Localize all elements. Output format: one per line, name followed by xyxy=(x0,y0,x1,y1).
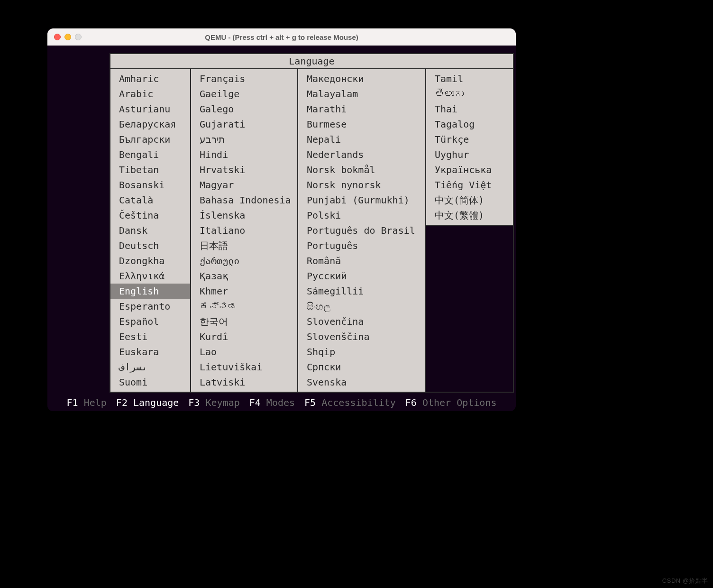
language-option[interactable]: Polski xyxy=(298,208,425,223)
language-option[interactable]: Беларуская xyxy=(110,117,190,132)
fkey-label: Accessibility xyxy=(321,397,396,408)
language-option[interactable]: Svenska xyxy=(298,375,425,390)
language-option[interactable]: Hindi xyxy=(191,147,297,162)
qemu-window: QEMU - (Press ctrl + alt + g to release … xyxy=(47,28,516,411)
language-option[interactable]: Thai xyxy=(426,101,513,117)
language-option[interactable]: Italiano xyxy=(191,223,297,238)
window-title: QEMU - (Press ctrl + alt + g to release … xyxy=(47,33,516,41)
language-option[interactable]: Íslenska xyxy=(191,208,297,223)
language-option[interactable]: Română xyxy=(298,253,425,268)
language-option[interactable]: Amharic xyxy=(110,71,190,86)
language-column: AmharicArabicAsturianuБеларускаяБългарск… xyxy=(110,69,191,392)
language-option[interactable]: Sámegillii xyxy=(298,284,425,299)
language-option[interactable]: Українська xyxy=(426,162,513,177)
fkey-f5[interactable]: F5 Accessibility xyxy=(304,397,396,408)
language-option[interactable]: English xyxy=(110,284,190,299)
fkey-key: F6 xyxy=(405,397,417,408)
zoom-icon[interactable] xyxy=(75,34,82,40)
language-option[interactable]: Asturianu xyxy=(110,101,190,117)
language-option[interactable]: Norsk nynorsk xyxy=(298,177,425,193)
language-option[interactable]: 한국어 xyxy=(191,314,297,329)
language-option[interactable]: Gujarati xyxy=(191,117,297,132)
language-option[interactable]: සිංහල xyxy=(298,299,425,314)
language-option[interactable]: ქართული xyxy=(191,253,297,268)
fkey-label: Other Options xyxy=(422,397,497,408)
language-option[interactable]: Català xyxy=(110,193,190,208)
language-option[interactable]: Македонски xyxy=(298,71,425,86)
language-option[interactable]: Български xyxy=(110,132,190,147)
language-column: FrançaisGaeilgeGalegoGujaratiתירבעHindiH… xyxy=(191,69,298,392)
language-option[interactable]: Eesti xyxy=(110,329,190,344)
fkey-f6[interactable]: F6 Other Options xyxy=(405,397,497,408)
language-option[interactable]: Malayalam xyxy=(298,86,425,101)
language-option[interactable]: Dansk xyxy=(110,223,190,238)
language-option[interactable]: Bahasa Indonesia xyxy=(191,193,297,208)
language-option[interactable]: Norsk bokmål xyxy=(298,162,425,177)
language-option[interactable]: Tibetan xyxy=(110,162,190,177)
minimize-icon[interactable] xyxy=(64,34,71,40)
language-option[interactable]: Nepali xyxy=(298,132,425,147)
language-option[interactable]: Bengali xyxy=(110,147,190,162)
language-column: МакедонскиMalayalamMarathiBurmeseNepaliN… xyxy=(298,69,426,392)
language-option[interactable]: Português do Brasil xyxy=(298,223,425,238)
fkey-label: Keymap xyxy=(205,397,239,408)
fkey-key: F2 xyxy=(116,397,128,408)
language-option[interactable]: Ελληνικά xyxy=(110,268,190,284)
language-dialog-title: Language xyxy=(110,54,513,69)
fkey-key: F5 xyxy=(304,397,316,408)
fkey-f4[interactable]: F4 Modes xyxy=(249,397,295,408)
language-option[interactable]: Gaeilge xyxy=(191,86,297,101)
fkey-f2[interactable]: F2 Language xyxy=(116,397,179,408)
language-option[interactable]: Slovenčina xyxy=(298,314,425,329)
language-option[interactable]: Español xyxy=(110,314,190,329)
titlebar: QEMU - (Press ctrl + alt + g to release … xyxy=(47,28,516,46)
language-option[interactable]: Galego xyxy=(191,101,297,117)
language-option[interactable]: Français xyxy=(191,71,297,86)
fkey-f1[interactable]: F1 Help xyxy=(67,397,107,408)
language-option[interactable]: Hrvatski xyxy=(191,162,297,177)
language-option[interactable]: Kurdî xyxy=(191,329,297,344)
language-option[interactable]: Türkçe xyxy=(426,132,513,147)
language-option[interactable]: 日本語 xyxy=(191,238,297,253)
language-option[interactable]: Português xyxy=(298,238,425,253)
language-option[interactable]: Русский xyxy=(298,268,425,284)
language-option[interactable]: Tamil xyxy=(426,71,513,86)
fkey-key: F1 xyxy=(67,397,78,408)
language-option[interactable]: Burmese xyxy=(298,117,425,132)
language-option[interactable]: Српски xyxy=(298,359,425,375)
language-option[interactable]: Euskara xyxy=(110,344,190,359)
language-option[interactable]: Tagalog xyxy=(426,117,513,132)
language-option[interactable]: Suomi xyxy=(110,375,190,390)
language-option[interactable]: తెలుగు xyxy=(426,86,513,101)
language-option[interactable]: Esperanto xyxy=(110,299,190,314)
function-key-bar: F1 HelpF2 LanguageF3 KeymapF4 ModesF5 Ac… xyxy=(47,397,516,408)
language-option[interactable]: Marathi xyxy=(298,101,425,117)
language-option[interactable]: Nederlands xyxy=(298,147,425,162)
close-icon[interactable] xyxy=(54,34,61,40)
language-option[interactable]: 中文(繁體) xyxy=(426,208,513,223)
language-option[interactable]: Tiếng Việt xyxy=(426,177,513,193)
language-option[interactable]: 中文(简体) xyxy=(426,193,513,208)
language-option[interactable]: ىسراف xyxy=(110,359,190,375)
watermark: CSDN @拾點半 xyxy=(662,577,708,585)
language-column: TamilతెలుగుThaiTagalogTürkçeUyghurУкраїн… xyxy=(426,69,513,392)
fkey-f3[interactable]: F3 Keymap xyxy=(188,397,239,408)
language-option[interactable]: ಕನ್ನಡ xyxy=(191,299,297,314)
language-option[interactable]: Lietuviškai xyxy=(191,359,297,375)
language-option[interactable]: Magyar xyxy=(191,177,297,193)
language-option[interactable]: Slovenščina xyxy=(298,329,425,344)
language-option[interactable]: Bosanski xyxy=(110,177,190,193)
language-option[interactable]: Latviski xyxy=(191,375,297,390)
language-option[interactable]: Lao xyxy=(191,344,297,359)
language-option[interactable]: Čeština xyxy=(110,208,190,223)
language-option[interactable]: Khmer xyxy=(191,284,297,299)
language-option[interactable]: תירבע xyxy=(191,132,297,147)
language-option[interactable]: Қазақ xyxy=(191,268,297,284)
language-option[interactable]: Uyghur xyxy=(426,147,513,162)
window-controls xyxy=(47,34,82,40)
language-option[interactable]: Dzongkha xyxy=(110,253,190,268)
language-option[interactable]: Shqip xyxy=(298,344,425,359)
language-option[interactable]: Punjabi (Gurmukhi) xyxy=(298,193,425,208)
language-option[interactable]: Arabic xyxy=(110,86,190,101)
language-option[interactable]: Deutsch xyxy=(110,238,190,253)
